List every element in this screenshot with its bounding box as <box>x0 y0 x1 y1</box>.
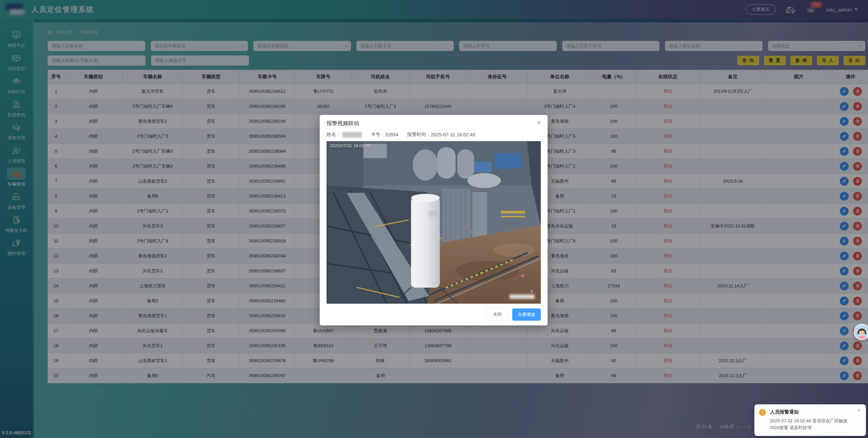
close-icon[interactable]: × <box>535 118 543 127</box>
fullscreen-play-button[interactable]: 全屏播放 <box>512 308 541 321</box>
warning-icon: ! <box>759 409 766 416</box>
redacted-tank-label <box>429 211 439 216</box>
card-value: 31694 <box>385 132 398 137</box>
cctv-scene <box>327 141 541 304</box>
modal-close-button[interactable]: 关闭 <box>486 308 508 321</box>
alarm-toast: ! 人员报警通知 2025-07-31 16:02:48 雷佰存在厂区触发 SO… <box>754 404 866 436</box>
assistant-avatar[interactable] <box>854 324 868 340</box>
modal-info-line: 姓名： 卡号： 31694 报警时间： 2025-07-31 16:02:48 <box>320 130 548 141</box>
alarm-video-modal: 报警视频联动 × 姓名： 卡号： 31694 报警时间： 2025-07-31 … <box>320 115 548 325</box>
alarm-time-value: 2025-07-31 16:02:48 <box>431 132 475 137</box>
cctv-video-frame[interactable]: 2025/07/31 16:02:48 <box>327 141 541 304</box>
redacted-camera-label <box>510 294 535 299</box>
video-timestamp: 2025/07/31 16:02:48 <box>330 143 370 148</box>
toast-close-icon[interactable]: × <box>855 407 863 414</box>
alarm-time-label: 报警时间： <box>407 132 431 138</box>
redacted-name <box>342 132 362 138</box>
toast-title: 人员报警通知 <box>770 409 855 415</box>
modal-title: 报警视频联动 <box>320 115 548 130</box>
card-label: 卡号： <box>371 132 385 138</box>
toast-message: 2025-07-31 16:02:48 雷佰存在厂区触发 SOS报警 请及时处理 <box>770 418 855 431</box>
name-label: 姓名： <box>327 132 341 138</box>
